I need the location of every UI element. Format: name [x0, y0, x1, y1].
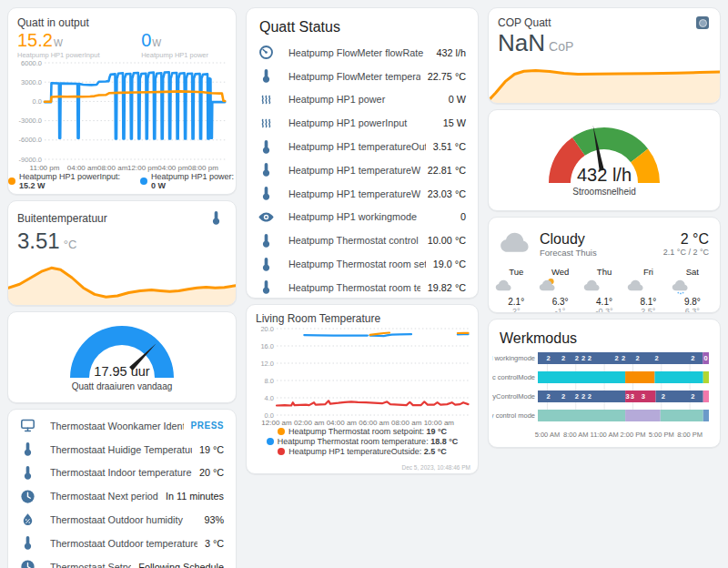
status-row[interactable]: Heatpump HP1 temperatureWaterOut23.03 °C	[247, 182, 478, 206]
forecast-high: 6.3°	[538, 297, 581, 307]
svg-text:2: 2	[575, 392, 579, 401]
forecast-day: Thu4.1°-0.3°	[582, 267, 626, 313]
status-row[interactable]: Heatpump Thermostat room temperature19.8…	[247, 276, 478, 299]
card-living-room: Living Room Temperature 20.016.012.08.04…	[246, 304, 479, 474]
card-quatt-in-output: Quatt in output 15.2WHeatpump HP1 powerI…	[7, 7, 237, 195]
living-room-chart[interactable]: 20.016.012.08.04.00.012:00 am02:00 am04:…	[254, 325, 472, 427]
card-weather[interactable]: Cloudy Forecast Thuis 2 °C 2.1 °C / 2 °C…	[488, 217, 721, 313]
entity-value: Following Schedule	[138, 562, 224, 568]
status-row[interactable]: Heatpump HP1 temperatureWaterIn22.81 °C	[247, 158, 478, 182]
svg-text:5:00 AM: 5:00 AM	[535, 431, 561, 439]
card-title: COP Quatt	[498, 16, 551, 29]
svg-text:2: 2	[588, 392, 592, 401]
status-row[interactable]: Heatpump FlowMeter temperature22.75 °C	[247, 65, 478, 88]
legend-dot	[278, 428, 285, 435]
weather-temperature: 2 °C	[663, 231, 709, 248]
thermostaat-row[interactable]: Thermostaat Huidige Temperatuur19 °C	[8, 438, 236, 462]
entity-value: 19.0 °C	[433, 259, 466, 269]
card-buitentemperatuur[interactable]: Buitentemperatuur 3.51 °C	[7, 200, 237, 306]
timeline-row-label: l workingmode	[492, 354, 535, 362]
entity-value: 93%	[204, 514, 224, 525]
entity-label: Thermostaat Outdoor humidity	[50, 514, 197, 525]
entity-value: 3 °C	[205, 538, 224, 549]
column-left: Quatt in output 15.2WHeatpump HP1 powerI…	[7, 7, 237, 568]
card-cop[interactable]: COP Quatt NaN CoP	[488, 7, 721, 104]
entity-label: Thermostaat Huidige Temperatuur	[50, 444, 192, 455]
stat-value: 15.2	[17, 30, 53, 51]
svg-text:0.0: 0.0	[33, 97, 42, 106]
svg-text:8.0: 8.0	[265, 377, 274, 385]
column-right: COP Quatt NaN CoP 432 l/h Stroomsnelheid…	[488, 7, 721, 568]
entity-value: 3.51 °C	[433, 141, 466, 152]
card-flow-gauge[interactable]: 432 l/h Stroomsnelheid	[488, 109, 721, 211]
svg-text:16.0: 16.0	[260, 342, 274, 350]
thermometer-icon	[258, 279, 275, 296]
dashboard: Quatt in output 15.2WHeatpump HP1 powerI…	[0, 0, 728, 568]
thermometer-icon	[207, 209, 225, 227]
svg-text:2: 2	[561, 354, 565, 362]
svg-text:3: 3	[626, 392, 630, 401]
entity-value: 15 W	[443, 117, 466, 128]
svg-text:02:00 am: 02:00 am	[294, 419, 325, 427]
entity-label: Thermostaat Setpoint status	[50, 562, 131, 568]
svg-text:2: 2	[561, 392, 565, 401]
svg-text:08:00 am: 08:00 am	[97, 164, 128, 172]
thermostaat-row[interactable]: Thermostaat Indoor temperature20 °C	[8, 462, 236, 485]
svg-text:20.0: 20.0	[260, 325, 274, 333]
power-legend: Heatpump HP1 powerInput: 15.2 WHeatpump …	[8, 172, 236, 190]
humidity-icon	[19, 512, 36, 529]
thermostaat-row[interactable]: Thermostaat Outdoor temperature3 °C	[8, 532, 236, 555]
forecast-day: Fri8.1°2.5°	[626, 267, 670, 313]
cloudy-icon	[498, 227, 532, 261]
svg-text:5:00 PM: 5:00 PM	[649, 431, 674, 439]
forecast-low: -1°	[538, 307, 581, 313]
thermometer-icon	[207, 209, 225, 227]
outdoor-temp-sparkline	[8, 258, 236, 305]
press-button[interactable]: PRESS	[191, 421, 224, 431]
thermostaat-row[interactable]: Thermostaat Next period timeIn 11 minute…	[8, 484, 236, 508]
entity-value: 432 l/h	[437, 47, 466, 58]
thermometer-icon	[19, 464, 36, 482]
legend-text: Heatpump Thermostat room setpoint: 19 °C	[288, 427, 447, 436]
legend-item: Heatpump Thermostat room setpoint: 19 °C	[278, 427, 447, 436]
svg-text:2: 2	[588, 354, 592, 362]
forecast-day: Wed6.3°-1°	[538, 267, 581, 313]
svg-text:12:00 pm: 12:00 pm	[127, 164, 158, 172]
thermostaat-row[interactable]: Thermostaat Setpoint statusFollowing Sch…	[8, 555, 236, 568]
svg-text:2: 2	[546, 354, 550, 362]
status-row[interactable]: Heatpump HP1 workingmode0	[247, 206, 478, 229]
forecast-high: 2.1°	[494, 297, 538, 307]
entity-label: Heatpump FlowMeter flowRate	[288, 47, 430, 58]
gear-icon[interactable]	[696, 16, 709, 29]
forecast-high: 8.1°	[626, 297, 670, 307]
column-middle: Quatt Status Heatpump FlowMeter flowRate…	[246, 7, 479, 568]
legend-dot	[8, 178, 15, 185]
legend-text: Heatpump HP1 powerInput: 15.2 W	[19, 172, 129, 190]
entity-label: Heatpump Thermostat room setpoint	[288, 259, 426, 269]
status-row[interactable]: Heatpump Thermostat room setpoint19.0 °C	[247, 252, 478, 276]
timeline-row-label: jc controlMode	[492, 373, 535, 381]
status-row[interactable]: Heatpump FlowMeter flowRate432 l/h	[247, 41, 478, 65]
thermostaat-row[interactable]: Thermostaat Outdoor humidity93%	[8, 508, 236, 532]
svg-text:04:00 am: 04:00 am	[327, 419, 358, 427]
thermometer-icon	[258, 232, 275, 249]
status-row[interactable]: Heatpump Thermostat control setpoint10.0…	[247, 228, 478, 252]
thermostaat-rows: Thermostaat Woonkamer IdentifyPRESSTherm…	[8, 414, 236, 568]
stat-label: Heatpump HP1 power	[141, 51, 208, 59]
svg-text:-3000.0: -3000.0	[19, 117, 42, 125]
power-chart[interactable]: 6000.03000.00.0-3000.0-6000.0-9000.011:0…	[15, 59, 228, 172]
status-row[interactable]: Heatpump HP1 powerInput15 W	[247, 111, 478, 135]
status-row[interactable]: Heatpump HP1 power0 W	[247, 88, 478, 112]
legend-item: Heatpump HP1 temperatureOutside: 2.5 °C	[278, 447, 447, 456]
thermostaat-row[interactable]: Thermostaat Woonkamer IdentifyPRESS	[8, 414, 236, 438]
svg-text:2: 2	[662, 392, 665, 401]
card-quatt-status: Quatt Status Heatpump FlowMeter flowRate…	[246, 7, 479, 299]
flow-gauge-label: Stroomsnelheid	[572, 187, 635, 197]
card-hours-gauge[interactable]: 17.95 uur Quatt draaiuren vandaag	[7, 311, 237, 403]
hours-gauge-label: Quatt draaiuren vandaag	[72, 381, 173, 391]
legend-item: Heatpump HP1 power: 0 W	[140, 172, 236, 190]
entity-label: Heatpump HP1 temperatureWaterIn	[288, 165, 420, 176]
entity-value: 10.00 °C	[428, 235, 466, 246]
werkmodus-timeline[interactable]: 5:00 AM8:00 AM11:00 AM2:00 PM5:00 PM8:00…	[492, 349, 718, 441]
status-row[interactable]: Heatpump HP1 temperatureOutside3.51 °C	[247, 135, 478, 158]
